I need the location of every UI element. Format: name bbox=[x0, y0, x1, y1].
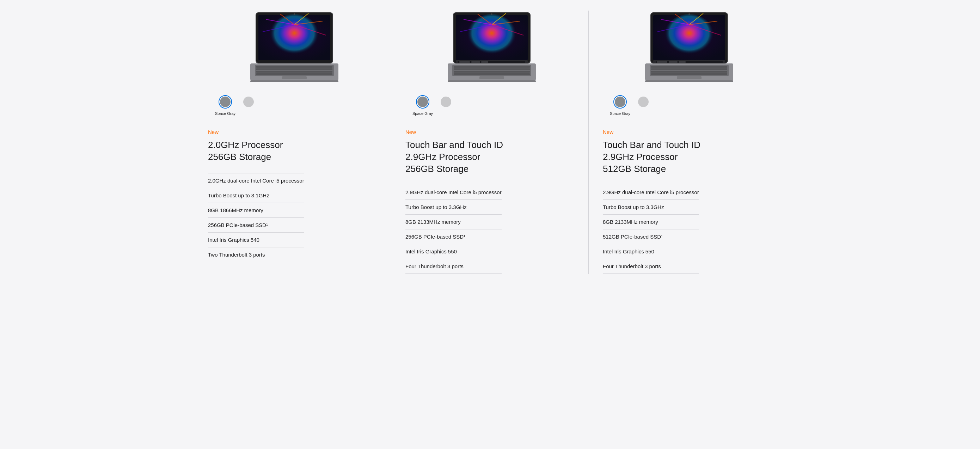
color-option-space-gray[interactable]: Space Gray bbox=[215, 95, 235, 116]
svg-point-4 bbox=[270, 14, 319, 56]
svg-rect-14 bbox=[256, 66, 332, 68]
spec-item-1-4: 256GB PCIe-based SSD¹ bbox=[208, 217, 304, 232]
svg-rect-43 bbox=[454, 73, 530, 75]
color-circle-0 bbox=[613, 95, 627, 109]
new-badge-2: New bbox=[406, 129, 416, 135]
svg-rect-60 bbox=[657, 61, 667, 63]
laptop-image-2 bbox=[406, 11, 578, 84]
specs-list-1: 2.0GHz dual-core Intel Core i5 processor… bbox=[208, 173, 304, 262]
spec-item-2-4: 256GB PCIe-based SSD¹ bbox=[406, 229, 502, 244]
svg-rect-71 bbox=[645, 80, 733, 82]
color-circle-1 bbox=[242, 95, 255, 109]
svg-point-51 bbox=[665, 14, 714, 56]
svg-rect-62 bbox=[679, 61, 686, 63]
spec-item-1-6: Two Thunderbolt 3 ports bbox=[208, 247, 304, 262]
svg-rect-69 bbox=[651, 73, 727, 75]
color-circle-1 bbox=[636, 95, 650, 109]
svg-rect-61 bbox=[669, 61, 678, 63]
product-column-2: Space GrayNewTouch Bar and Touch ID2.9GH… bbox=[391, 11, 589, 274]
color-label-0: Space Gray bbox=[215, 111, 235, 116]
color-inner-1 bbox=[638, 97, 649, 107]
spec-item-1-3: 8GB 1866MHz memory bbox=[208, 203, 304, 217]
spec-item-3-3: 8GB 2133MHz memory bbox=[603, 214, 699, 229]
svg-rect-40 bbox=[454, 66, 530, 68]
svg-rect-70 bbox=[677, 76, 702, 79]
new-badge-3: New bbox=[603, 129, 613, 135]
spec-item-2-5: Intel Iris Graphics 550 bbox=[406, 244, 502, 259]
color-options-container-2: Space Gray bbox=[406, 95, 453, 118]
color-option-space-gray[interactable]: Space Gray bbox=[412, 95, 433, 116]
color-options-2: Space Gray bbox=[409, 95, 453, 116]
spec-item-3-6: Four Thunderbolt 3 ports bbox=[603, 259, 699, 274]
svg-rect-35 bbox=[471, 61, 480, 63]
spec-item-1-1: 2.0GHz dual-core Intel Core i5 processor bbox=[208, 173, 304, 188]
color-option-space-gray[interactable]: Space Gray bbox=[610, 95, 630, 116]
svg-rect-34 bbox=[459, 61, 470, 63]
laptop-image-1 bbox=[208, 11, 380, 84]
svg-rect-16 bbox=[256, 71, 332, 73]
product-column-1: Space GrayNew2.0GHz Processor256GB Stora… bbox=[194, 11, 391, 262]
spec-item-3-5: Intel Iris Graphics 550 bbox=[603, 244, 699, 259]
color-inner-1 bbox=[243, 97, 254, 107]
svg-rect-42 bbox=[454, 71, 530, 73]
svg-rect-18 bbox=[282, 76, 307, 79]
spec-item-3-1: 2.9GHz dual-core Intel Core i5 processor bbox=[603, 185, 699, 200]
color-option-silver[interactable] bbox=[439, 95, 453, 109]
color-label-0: Space Gray bbox=[610, 111, 630, 116]
spec-item-3-4: 512GB PCIe-based SSD¹ bbox=[603, 229, 699, 244]
svg-rect-66 bbox=[651, 66, 727, 68]
color-option-silver[interactable] bbox=[636, 95, 650, 109]
color-circle-1 bbox=[439, 95, 453, 109]
svg-rect-41 bbox=[454, 68, 530, 70]
spec-item-2-6: Four Thunderbolt 3 ports bbox=[406, 259, 502, 274]
spec-item-1-5: Intel Iris Graphics 540 bbox=[208, 232, 304, 247]
color-inner-0 bbox=[220, 97, 231, 107]
svg-rect-15 bbox=[256, 68, 332, 70]
color-options-container-3: Space Gray bbox=[603, 95, 650, 118]
color-options-container-1: Space Gray bbox=[208, 95, 255, 118]
color-inner-1 bbox=[441, 97, 451, 107]
new-badge-1: New bbox=[208, 129, 219, 135]
product-title-1: 2.0GHz Processor256GB Storage bbox=[208, 139, 283, 163]
svg-point-11 bbox=[294, 13, 295, 15]
color-inner-0 bbox=[615, 97, 625, 107]
spec-item-2-2: Turbo Boost up to 3.3GHz bbox=[406, 200, 502, 214]
product-title-2: Touch Bar and Touch ID2.9GHz Processor25… bbox=[406, 139, 503, 175]
laptop-image-3 bbox=[603, 11, 776, 84]
svg-rect-44 bbox=[479, 76, 504, 79]
svg-rect-67 bbox=[651, 68, 727, 70]
svg-rect-45 bbox=[448, 80, 536, 82]
color-options-1: Space Gray bbox=[212, 95, 255, 116]
svg-point-63 bbox=[689, 13, 690, 15]
color-inner-0 bbox=[417, 97, 428, 107]
specs-list-3: 2.9GHz dual-core Intel Core i5 processor… bbox=[603, 185, 699, 274]
color-label-0: Space Gray bbox=[412, 111, 433, 116]
svg-point-25 bbox=[467, 14, 516, 56]
color-options-3: Space Gray bbox=[606, 95, 650, 116]
spec-item-2-1: 2.9GHz dual-core Intel Core i5 processor bbox=[406, 185, 502, 200]
spec-item-2-3: 8GB 2133MHz memory bbox=[406, 214, 502, 229]
color-option-silver[interactable] bbox=[242, 95, 255, 109]
svg-rect-17 bbox=[256, 73, 332, 75]
svg-rect-19 bbox=[250, 80, 339, 82]
color-circle-0 bbox=[219, 95, 232, 109]
product-column-3: Space GrayNewTouch Bar and Touch ID2.9GH… bbox=[589, 11, 786, 274]
svg-rect-36 bbox=[481, 61, 488, 63]
svg-point-37 bbox=[491, 13, 492, 15]
product-title-3: Touch Bar and Touch ID2.9GHz Processor51… bbox=[603, 139, 700, 175]
product-comparison: Space GrayNew2.0GHz Processor256GB Stora… bbox=[0, 0, 980, 288]
color-circle-0 bbox=[416, 95, 430, 109]
spec-item-3-2: Turbo Boost up to 3.3GHz bbox=[603, 200, 699, 214]
specs-list-2: 2.9GHz dual-core Intel Core i5 processor… bbox=[406, 185, 502, 274]
svg-rect-68 bbox=[651, 71, 727, 73]
spec-item-1-2: Turbo Boost up to 3.1GHz bbox=[208, 188, 304, 203]
